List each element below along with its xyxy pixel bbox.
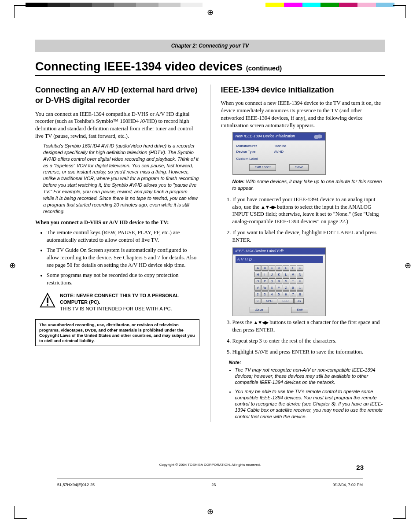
note-block: Note: (229, 359, 385, 366)
arrow-icons: ▲▼◀▶ (253, 320, 268, 325)
title-continued: (continued) (246, 64, 282, 72)
type-label: Device Type (236, 150, 267, 155)
mfr-value: Toshiba (274, 144, 287, 149)
init-steps: If you have connected your IEEE-1394 dev… (221, 196, 385, 244)
crop-mark (14, 506, 27, 519)
key-p: P (262, 278, 268, 284)
label-value: AVHD_ (236, 256, 323, 262)
key-g: G (297, 265, 303, 271)
key-5: 5 (276, 291, 282, 297)
key-c: C (269, 265, 275, 271)
warning-icon (40, 292, 55, 310)
registration-mark: ⊕ (403, 261, 412, 270)
key-2: 2 (254, 291, 261, 297)
init-dialog-figure: New IEEE-1394 Device Initialization Manu… (232, 132, 326, 175)
left-heading: Connecting an A/V HD (external hard driv… (35, 85, 199, 106)
save-button: Save (289, 164, 309, 171)
key-7: 7 (290, 291, 296, 297)
key-8: 8 (297, 291, 303, 297)
key-j: J (269, 272, 275, 277)
key-v: V (254, 285, 261, 291)
title-main: Connecting IEEE-1394 video devices (35, 60, 246, 73)
note-bullets: The TV may not recognize non-A/V or non-… (229, 367, 385, 420)
print-color-bar (26, 3, 394, 7)
key-clr: CLR (278, 298, 294, 304)
bullet-item: Some programs may not be recorded due to… (47, 272, 199, 287)
right-intro: When you connect a new IEEE-1394 device … (221, 100, 385, 129)
step-3: Press the ▲▼◀▶ buttons to select a chara… (232, 319, 385, 334)
pc-warning-box: NOTE: NEVER CONNECT THIS TV TO A PERSONA… (35, 290, 199, 315)
svg-point-2 (47, 304, 48, 306)
key-i: I (262, 272, 268, 277)
crop-mark (393, 506, 406, 519)
key-q: Q (269, 278, 275, 284)
exit-button: Exit (291, 307, 308, 313)
dialog-title: IEEE-1394 Device Label Edit (236, 249, 284, 254)
warning-heading: NOTE: NEVER CONNECT THIS TV TO A PERSONA… (60, 292, 195, 306)
page-content: Chapter 2: Connecting your TV Connecting… (35, 26, 385, 496)
key-0: 0 (290, 285, 296, 291)
footer-page: 23 (211, 483, 216, 487)
bullet-item: The TV Guide On Screen system is automat… (47, 247, 199, 269)
copyright-warning-box: The unauthorized recording, use, distrib… (35, 319, 199, 347)
arrow-icons: ▲▼◀▶ (261, 204, 276, 210)
key-bs: BS (294, 298, 304, 304)
label-edit-dialog-figure: IEEE-1394 Device Label Edit AVHD_ ABCDEF… (232, 247, 326, 316)
registration-mark: ⊕ (8, 261, 17, 270)
cloud-icon (313, 133, 323, 140)
key-y: Y (276, 285, 282, 291)
connect-bullets: The remote control keys (REW, PAUSE, PLA… (35, 229, 199, 286)
note-bullet: You may be able to use the TV's remote c… (235, 388, 385, 420)
left-intro: You can connect an IEEE-1394 compatible … (35, 111, 199, 140)
note-bullet: The TV may not recognize non-A/V or non-… (235, 367, 385, 386)
left-column: Connecting an A/V HD (external hard driv… (35, 85, 199, 422)
key-z: Z (283, 285, 289, 291)
svg-point-4 (317, 134, 322, 138)
connect-heading: When you connect a D-VHS or A/V HD devic… (35, 219, 199, 226)
key-u: U (297, 278, 303, 284)
step-4: Repeat step 3 to enter the rest of the c… (232, 337, 385, 345)
save-button: Save (250, 307, 269, 313)
note-delay: Note: With some devices, it may take up … (232, 178, 385, 192)
key-9: 9 (254, 298, 261, 304)
custom-label: Custom Label (236, 157, 258, 162)
key-t: T (290, 278, 296, 284)
key-e: E (283, 265, 289, 271)
warning-subtext: THIS TV IS NOT INTENDED FOR USE WITH A P… (60, 306, 195, 312)
key-d: D (276, 265, 282, 271)
type-value: AVHD (274, 150, 284, 155)
copyright-line: Copyright © 2004 TOSHIBA CORPORATION. Al… (35, 463, 385, 467)
key-x: X (269, 285, 275, 291)
bullet-item: The remote control keys (REW, PAUSE, PLA… (47, 229, 199, 244)
footer-filename: 51,57HX94(E)012-25 (57, 483, 95, 487)
key-a: A (254, 265, 261, 271)
key-3: 3 (262, 291, 268, 297)
dialog-title: New IEEE-1394 Device Initialization (236, 134, 295, 139)
crop-mark (393, 5, 406, 18)
step-5: Highlight SAVE and press ENTER to save t… (232, 348, 385, 356)
registration-mark: ⊕ (206, 8, 214, 17)
edit-label-button: Edit Label (249, 164, 276, 171)
right-column: IEEE-1394 device initialization When you… (221, 85, 385, 422)
column-divider (210, 85, 210, 422)
key-b: B (262, 265, 268, 271)
svg-rect-1 (47, 298, 48, 303)
chapter-header: Chapter 2: Connecting your TV (35, 40, 385, 52)
registration-mark: ⊕ (206, 507, 214, 516)
key-6: 6 (283, 291, 289, 297)
footer-rule (57, 479, 363, 479)
step-1: If you have connected your IEEE-1394 dev… (232, 196, 385, 226)
key-f: F (290, 265, 296, 271)
mfr-label: Manufacturer (236, 144, 267, 149)
key-s: S (283, 278, 289, 284)
onscreen-keyboard: ABCDEFGHIJKLMNOPQRSTUVWXYZ0123456789SPCC… (235, 264, 324, 305)
footer-date: 9/12/04, 7:02 PM (332, 483, 363, 487)
symbio-description: Toshiba's Symbio 160HD4 AVHD (audio/vide… (43, 143, 199, 214)
key-k: K (276, 272, 282, 277)
key-r: R (276, 278, 282, 284)
key-spc: SPC (262, 298, 277, 304)
right-heading: IEEE-1394 device initialization (221, 85, 385, 95)
page-number: 23 (356, 464, 364, 471)
page-title: Connecting IEEE-1394 video devices (cont… (35, 60, 385, 76)
key-l: L (283, 272, 289, 277)
